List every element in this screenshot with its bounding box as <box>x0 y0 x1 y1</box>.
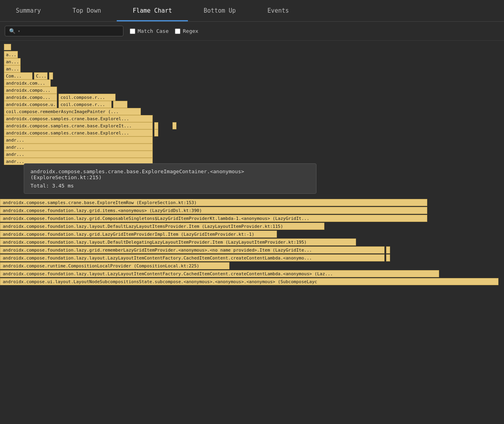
flame-bar[interactable] <box>154 122 158 129</box>
flame-bar[interactable]: an... <box>4 58 21 65</box>
flame-bar[interactable]: androidx.com... <box>4 80 51 87</box>
tab-top-down[interactable]: Top Down <box>57 0 117 21</box>
flame-bar[interactable]: androidx.compose.runtime.CompositionLoca… <box>0 262 229 269</box>
flame-bar[interactable] <box>113 101 127 108</box>
tab-summary[interactable]: Summary <box>0 0 57 21</box>
flame-bar[interactable]: androidx.compose.foundation.lazy.grid.it… <box>0 207 427 214</box>
tab-events[interactable]: Events <box>252 0 305 21</box>
flame-bar[interactable]: androidx.compose.samples.crane.base.Expl… <box>0 199 427 206</box>
flame-bar[interactable] <box>386 246 390 254</box>
flame-bar[interactable]: androidx.compo... <box>4 94 57 101</box>
match-case-text: Match Case <box>138 28 169 34</box>
flame-bar[interactable] <box>4 44 11 50</box>
match-case-label[interactable]: Match Case <box>130 28 169 34</box>
flame-bar[interactable]: androidx.compose.samples.crane.base.Expl… <box>4 129 153 136</box>
flame-bar[interactable]: androidx.compose.u... <box>4 101 57 108</box>
flame-bar[interactable]: androidx.compose.ui.layout.LayoutNodeSub… <box>0 278 498 285</box>
flame-bar[interactable]: a... <box>4 51 18 58</box>
flame-bar[interactable] <box>49 72 53 80</box>
flame-bar[interactable]: andr... <box>4 144 153 151</box>
match-case-checkbox[interactable] <box>130 28 135 34</box>
flame-bar[interactable]: androidx.compose.foundation.lazy.grid.La… <box>0 231 277 238</box>
regex-checkbox[interactable] <box>175 28 180 34</box>
search-input[interactable] <box>23 28 119 34</box>
toolbar: 🔍 ▾ Match Case Regex <box>0 22 504 41</box>
flame-chart-area: a... an... an... Com... C... androidx.co… <box>0 41 504 286</box>
search-dropdown-icon[interactable]: ▾ <box>18 29 20 33</box>
tooltip-total: Total: 3.45 ms <box>30 183 310 189</box>
flame-bar[interactable]: androidx.compose.foundation.lazy.layout.… <box>0 223 324 230</box>
tab-bar: Summary Top Down Flame Chart Bottom Up E… <box>0 0 504 22</box>
tooltip-title: androidx.compose.samples.crane.base.Expl… <box>30 168 310 180</box>
regex-label[interactable]: Regex <box>175 28 198 34</box>
flame-bar[interactable]: androidx.compose.foundation.lazy.grid.Co… <box>0 215 427 222</box>
flame-bar[interactable]: coil.compose.r... <box>59 94 116 101</box>
regex-text: Regex <box>183 28 198 34</box>
flame-bar[interactable] <box>154 129 158 136</box>
search-box[interactable]: 🔍 ▾ <box>5 26 123 36</box>
flame-bar[interactable]: androidx.compose.foundation.lazy.layout.… <box>0 254 385 261</box>
flame-bar[interactable]: androidx.compose.foundation.lazy.layout.… <box>0 238 356 246</box>
flame-bar[interactable]: androidx.compose.samples.crane.base.Expl… <box>4 115 153 122</box>
tab-flame-chart[interactable]: Flame Chart <box>117 0 188 21</box>
flame-bar[interactable]: androidx.compose.samples.crane.base.Expl… <box>4 122 153 129</box>
flame-bar[interactable] <box>172 122 176 129</box>
flame-bar[interactable]: C... <box>34 72 47 80</box>
flame-bar[interactable] <box>386 254 390 261</box>
flame-bar[interactable]: androidx.compo... <box>4 87 57 94</box>
flame-bar[interactable]: coil.compose.r... <box>59 101 112 108</box>
flame-bar[interactable]: an... <box>4 65 21 72</box>
flame-bar[interactable]: andr... <box>4 151 153 158</box>
flame-bar[interactable]: androidx.compose.foundation.lazy.grid.re… <box>0 246 385 254</box>
search-icon: 🔍 <box>9 28 15 34</box>
flame-bar[interactable]: andr... <box>4 136 153 144</box>
flame-bar[interactable]: coil.compose.rememberAsyncImagePainter (… <box>4 108 141 115</box>
flame-bar[interactable]: andr... <box>4 158 153 165</box>
flame-bar[interactable]: Com... <box>4 72 32 80</box>
flame-bar[interactable]: androidx.compose.foundation.lazy.layout.… <box>0 270 439 277</box>
tooltip: androidx.compose.samples.crane.base.Expl… <box>24 163 316 194</box>
tab-bottom-up[interactable]: Bottom Up <box>188 0 252 21</box>
